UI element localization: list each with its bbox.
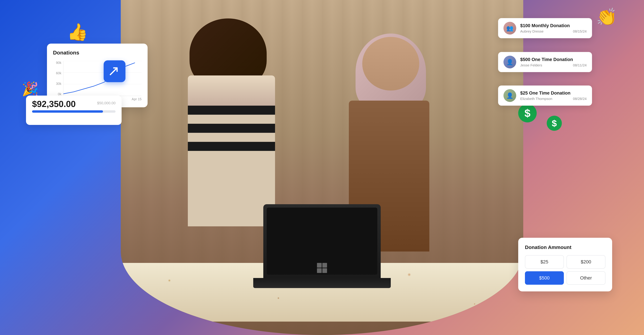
windows-logo xyxy=(317,263,327,273)
person1-body xyxy=(188,76,275,226)
laptop xyxy=(263,204,381,288)
laptop-base xyxy=(253,278,391,288)
laptop-body xyxy=(263,204,381,278)
person2-face xyxy=(362,37,419,90)
